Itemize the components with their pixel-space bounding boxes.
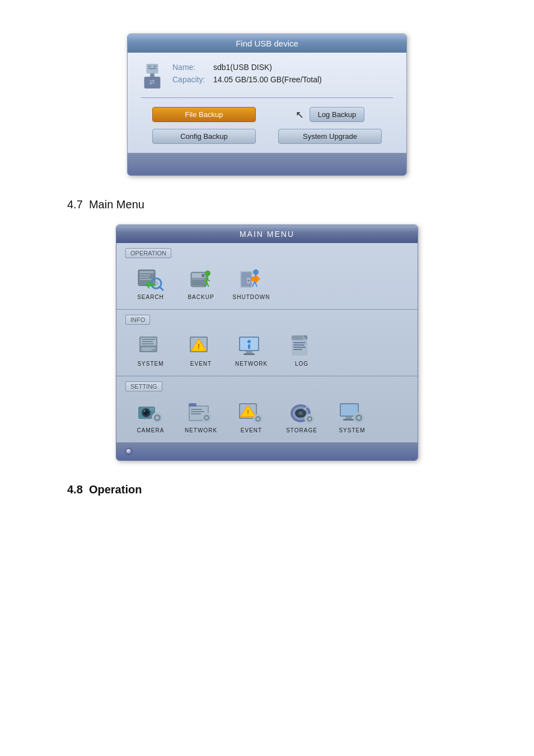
menu-item-camera[interactable]: CAMERA: [131, 400, 170, 433]
svg-rect-115: [343, 419, 354, 421]
backup-label: BACKUP: [188, 294, 214, 300]
svg-rect-79: [191, 409, 202, 410]
svg-point-84: [205, 417, 208, 419]
event-info-icon-box: !: [187, 334, 215, 358]
section-48-title: Operation: [89, 483, 142, 496]
menu-item-network-setting[interactable]: NETWORK: [181, 400, 221, 433]
svg-line-30: [252, 281, 255, 287]
svg-rect-109: [308, 422, 311, 424]
log-backup-button[interactable]: Log Backup: [310, 107, 365, 122]
menu-item-event-info[interactable]: ! EVENT: [181, 334, 221, 367]
usb-panel-body: ⇄ Name: sdb1(USB DISK) Capacity: 14.05 G…: [128, 53, 406, 153]
svg-rect-75: [161, 417, 163, 419]
svg-rect-81: [191, 413, 201, 414]
section-48-number: 4.8: [67, 483, 83, 496]
usb-panel-title: Find USB device: [128, 34, 406, 53]
search-icon-box: [137, 267, 165, 292]
search-label: SEARCH: [137, 294, 164, 300]
section-48-heading: 4.8 Operation: [67, 483, 500, 496]
svg-point-35: [248, 280, 250, 282]
cursor-icon: ↖: [296, 109, 304, 121]
usb-info-row: ⇄ Name: sdb1(USB DISK) Capacity: 14.05 G…: [141, 63, 393, 90]
menu-item-log-info[interactable]: LOG: [282, 334, 321, 367]
event-setting-icon-box: !: [237, 400, 265, 425]
svg-rect-110: [305, 418, 306, 420]
usb-capacity-value: 14.05 GB/15.00 GB(Free/Total): [213, 75, 322, 84]
svg-rect-99: [261, 418, 263, 420]
usb-divider: [141, 97, 393, 98]
svg-text:!: !: [198, 343, 200, 351]
usb-name-label: Name:: [172, 63, 209, 72]
menu-item-backup[interactable]: BACKUP: [181, 267, 221, 300]
svg-rect-85: [205, 413, 208, 414]
svg-rect-1: [148, 66, 151, 67]
section-47-title: Main Menu: [89, 198, 144, 211]
usb-buttons: File Backup ↖ Log Backup Config Backup S…: [141, 107, 393, 153]
menu-item-network-info[interactable]: NETWORK: [232, 334, 271, 367]
svg-rect-10: [139, 277, 149, 278]
menu-item-storage[interactable]: STORAGE: [282, 400, 321, 433]
system-info-icon-box: [137, 334, 165, 358]
svg-rect-114: [345, 417, 352, 419]
menu-item-search[interactable]: SEARCH: [131, 267, 170, 300]
svg-point-51: [247, 340, 251, 343]
file-backup-button[interactable]: File Backup: [152, 107, 256, 122]
section-47-heading: 4.7 Main Menu: [67, 198, 500, 211]
svg-text:!: !: [247, 409, 249, 416]
svg-rect-86: [205, 421, 208, 423]
usb-name-value: sdb1(USB DISK): [213, 63, 272, 72]
menu-item-event-setting[interactable]: ! EVENT: [232, 400, 271, 433]
svg-rect-72: [156, 412, 158, 414]
menu-item-system-info[interactable]: SYSTEM: [131, 334, 170, 367]
svg-rect-8: [139, 271, 154, 273]
usb-name-row: Name: sdb1(USB DISK): [172, 63, 393, 72]
svg-rect-44: [142, 343, 154, 344]
camera-label: CAMERA: [137, 427, 165, 433]
svg-rect-42: [142, 339, 155, 340]
svg-rect-40: [142, 348, 155, 349]
event-info-label: EVENT: [190, 361, 212, 367]
info-label: INFO: [125, 315, 150, 325]
svg-text:⇄: ⇄: [150, 78, 155, 85]
system-upgrade-button[interactable]: System Upgrade: [278, 129, 382, 144]
info-section: INFO: [116, 310, 418, 376]
main-menu-body: OPERATION: [116, 243, 418, 442]
camera-setting-icon: [137, 401, 164, 424]
svg-rect-74: [152, 417, 153, 419]
svg-point-95: [257, 418, 260, 421]
svg-point-103: [298, 412, 303, 415]
usb-icon: ⇄: [141, 63, 163, 90]
network-info-icon-box: [237, 334, 265, 358]
backup-icon: [188, 268, 214, 291]
svg-rect-11: [139, 279, 152, 280]
svg-rect-121: [353, 417, 355, 419]
operation-label: OPERATION: [125, 248, 171, 258]
system-setting-label: SYSTEM: [339, 427, 365, 433]
menu-item-system-setting[interactable]: SYSTEM: [332, 400, 372, 433]
config-backup-button[interactable]: Config Backup: [152, 129, 256, 144]
svg-point-107: [308, 418, 311, 421]
network-setting-label: NETWORK: [185, 427, 217, 433]
log-info-label: LOG: [295, 361, 308, 367]
storage-label: STORAGE: [286, 427, 317, 433]
setting-icons-row: CAMERA: [125, 396, 409, 438]
menu-item-shutdown[interactable]: SHUTDOWN: [232, 267, 271, 300]
section-47-number: 4.7: [67, 198, 83, 211]
svg-rect-57: [293, 342, 306, 343]
svg-rect-111: [313, 418, 315, 420]
svg-point-18: [202, 274, 205, 277]
log-info-icon-box: [288, 334, 316, 358]
svg-rect-122: [363, 417, 364, 419]
svg-rect-108: [308, 414, 311, 416]
main-menu-footer: [116, 442, 418, 460]
svg-rect-68: [149, 408, 154, 410]
usb-capacity-row: Capacity: 14.05 GB/15.00 GB(Free/Total): [172, 75, 393, 84]
event-setting-icon: !: [238, 401, 265, 424]
svg-line-14: [160, 287, 163, 290]
setting-section: SETTING: [116, 376, 418, 442]
network-info-label: NETWORK: [235, 361, 268, 367]
main-menu-title: MAIN MENU: [116, 225, 418, 243]
svg-rect-88: [210, 417, 212, 419]
svg-line-25: [207, 282, 209, 287]
info-icons-row: SYSTEM ! EVENT: [125, 329, 409, 371]
